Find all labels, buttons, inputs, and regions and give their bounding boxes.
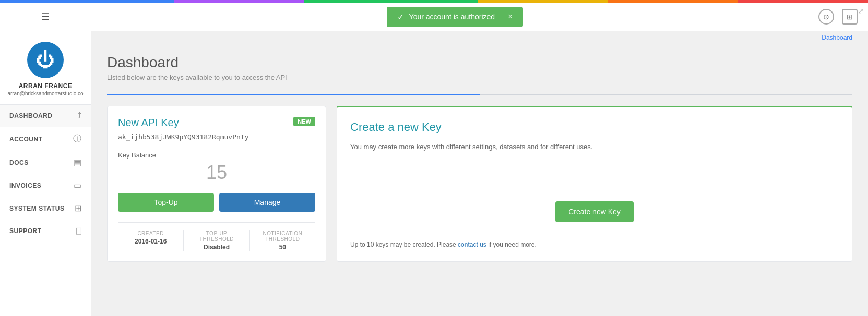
logo-circle: ⏻ [27,42,64,78]
header: ☰ ✓ Your account is authorized × ⊙ ⊞ ⤢ [0,3,868,31]
main-layout: ⏻ ARRAN FRANCE arran@bricksandmortarstud… [0,31,868,316]
create-key-title: Create a new Key [350,120,839,134]
power-icon: ⏻ [36,49,55,71]
notification-close-button[interactable]: × [508,12,513,21]
footer-topup-threshold: TOP-UP THRESHOLD Disabled [184,230,249,251]
key-balance-value: 15 [118,162,315,184]
manage-button[interactable]: Manage [219,193,315,212]
file-icon: ▭ [74,180,81,190]
sidebar: ⏻ ARRAN FRANCE arran@bricksandmortarstud… [0,31,91,316]
menu-icon: ☰ [41,11,50,22]
sidebar-label-invoices: INVOICES [9,182,41,189]
footer-topup-threshold-value: Disabled [189,244,244,251]
book-icon: ▤ [74,157,81,167]
card-actions: Top-Up Manage [118,193,315,212]
cards-container: New API Key NEW ak_ijhb538jJWK9pYQ93182R… [107,106,852,262]
footer-notification-threshold: NOTIFICATION THRESHOLD 50 [250,230,315,251]
sidebar-label-account: ACCOUNT [9,136,43,143]
check-icon: ✓ [397,12,404,22]
content-area: Dashboard Dashboard Listed below are the… [91,31,868,316]
breadcrumb-bar: Dashboard [91,31,868,41]
footer-notification-threshold-label: NOTIFICATION THRESHOLD [255,230,310,242]
user-email: arran@bricksandmortarstudio.co [7,91,83,96]
settings-icon: ⊞ [847,13,853,21]
notification-message: Your account is authorized [409,13,495,21]
chat-icon: ⎕ [76,226,81,236]
expand-icon: ⤢ [858,7,864,15]
user-circle-icon: ⓘ [73,133,81,144]
breadcrumb-link[interactable]: Dashboard [822,34,852,41]
sidebar-nav: DASHBOARD ⤴ ACCOUNT ⓘ DOCS ▤ INVOICES ▭ … [0,105,91,316]
sidebar-item-invoices[interactable]: INVOICES ▭ [0,174,91,197]
user-name: ARRAN FRANCE [19,82,73,90]
footer-topup-threshold-label: TOP-UP THRESHOLD [189,230,244,242]
create-key-footer-text: Up to 10 keys may be created. Please con… [350,241,839,248]
footer-created-label: CREATED [123,230,178,236]
sidebar-item-system-status[interactable]: SYSTEM STATUS ⊞ [0,197,91,220]
sidebar-label-support: SUPPORT [9,227,42,235]
api-key-value: ak_ijhb538jJWK9pYQ93182RqmuvPnTy [118,133,315,141]
sidebar-item-docs[interactable]: DOCS ▤ [0,151,91,174]
create-key-button[interactable]: Create new Key [555,201,634,222]
contact-us-link[interactable]: contact us [458,241,486,248]
sidebar-label-dashboard: DASHBOARD [9,112,53,119]
footer-notification-threshold-value: 50 [255,244,310,251]
user-icon-button[interactable]: ⊙ [818,9,834,25]
create-key-footer: Up to 10 keys may be created. Please con… [350,233,839,248]
footer-created-value: 2016-01-16 [123,238,178,245]
card-header: New API Key NEW [118,117,315,129]
notification-banner: ✓ Your account is authorized × [387,7,524,27]
sidebar-item-support[interactable]: SUPPORT ⎕ [0,220,91,242]
api-key-card: New API Key NEW ak_ijhb538jJWK9pYQ93182R… [107,106,326,262]
new-badge: NEW [293,117,315,126]
sidebar-logo-area: ⏻ ARRAN FRANCE arran@bricksandmortarstud… [0,31,91,105]
sidebar-label-system-status: SYSTEM STATUS [9,205,64,212]
topup-button[interactable]: Top-Up [118,193,214,212]
sidebar-item-dashboard[interactable]: DASHBOARD ⤴ [0,105,91,127]
card-footer: CREATED 2016-01-16 TOP-UP THRESHOLD Disa… [118,222,315,251]
footer-created: CREATED 2016-01-16 [118,230,184,251]
content-inner: Dashboard Listed below are the keys avai… [91,41,868,275]
create-key-description: You may create more keys with different … [350,142,839,188]
api-key-card-title: New API Key [118,117,179,129]
key-balance-label: Key Balance [118,151,315,159]
chart-icon: ⤴ [77,111,81,120]
settings-icon-button[interactable]: ⊞ [842,9,858,25]
section-divider [107,94,852,95]
sidebar-label-docs: DOCS [9,159,29,166]
page-title: Dashboard [107,54,852,71]
hamburger-button[interactable]: ☰ [0,3,91,31]
user-circle-icon: ⊙ [823,13,829,21]
network-icon: ⊞ [75,203,81,213]
sidebar-item-account[interactable]: ACCOUNT ⓘ [0,127,91,151]
page-subtitle: Listed below are the keys available to y… [107,74,852,81]
create-key-card: Create a new Key You may create more key… [337,106,852,262]
header-center: ✓ Your account is authorized × [91,7,818,27]
